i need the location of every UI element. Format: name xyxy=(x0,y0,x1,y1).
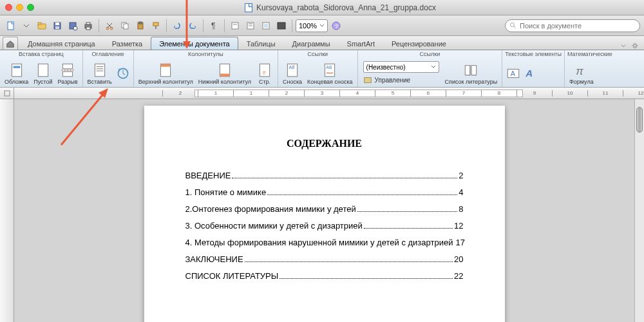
cut-icon[interactable] xyxy=(102,19,117,33)
fullscreen-icon[interactable] xyxy=(274,19,289,33)
help-icon[interactable]: ? xyxy=(329,19,343,33)
manage-sources-button[interactable]: Управление xyxy=(363,74,439,86)
close-window[interactable] xyxy=(5,4,12,11)
svg-rect-14 xyxy=(124,24,128,29)
toc-update-button[interactable] xyxy=(115,59,131,88)
search-icon xyxy=(509,22,517,30)
ribbon-tabs: Домашняя страница Разметка Элементы доку… xyxy=(0,36,644,50)
svg-rect-62 xyxy=(5,91,10,96)
window-controls xyxy=(5,4,34,11)
textbox-button[interactable]: A xyxy=(505,59,522,88)
layout2-icon[interactable] xyxy=(243,19,258,33)
gear-icon[interactable] xyxy=(631,42,639,50)
layout1-icon[interactable] xyxy=(228,19,242,33)
toc-insert-button[interactable]: Вставить xyxy=(86,59,114,88)
document-filename: Kursovaya_rabota_Sidorova_Anna_21_gruppa… xyxy=(256,3,436,12)
svg-rect-27 xyxy=(278,23,285,29)
undo-icon[interactable] xyxy=(170,19,184,33)
format-painter-icon[interactable] xyxy=(149,19,163,33)
svg-text:π: π xyxy=(576,64,583,77)
header-button[interactable]: Верхний колонтитул xyxy=(137,59,195,88)
wordart-button[interactable]: A xyxy=(523,59,540,88)
endnote-button[interactable]: ABКонцевая сноска xyxy=(305,59,354,88)
svg-rect-56 xyxy=(364,78,371,83)
page-area[interactable]: СОДЕРЖАНИЕ ВВЕДЕНИЕ21. Понятие о мимике4… xyxy=(14,99,634,322)
group-headers: Колонтитулы xyxy=(137,50,275,58)
svg-rect-26 xyxy=(264,24,268,28)
svg-point-30 xyxy=(511,23,515,26)
svg-rect-37 xyxy=(63,71,73,77)
group-text-elems: Текстовые элементы xyxy=(505,50,562,58)
scroll-thumb[interactable] xyxy=(636,107,643,133)
horizontal-ruler[interactable]: 21123456789101112131415161718 xyxy=(0,88,644,99)
search-input[interactable] xyxy=(520,22,636,30)
redo-icon[interactable] xyxy=(185,19,200,33)
vertical-scrollbar[interactable] xyxy=(634,99,644,322)
svg-rect-20 xyxy=(232,23,238,29)
svg-text:¶: ¶ xyxy=(211,21,215,30)
tab-tables[interactable]: Таблицы xyxy=(238,37,284,50)
save-as-icon[interactable] xyxy=(66,19,80,33)
toc-entry: СПИСОК ЛИТЕРАТУРЫ22 xyxy=(185,268,464,285)
svg-rect-10 xyxy=(86,27,90,30)
page-number-button[interactable]: #Стр. xyxy=(254,59,275,88)
tab-review[interactable]: Рецензирование xyxy=(383,37,455,50)
toc-entry: ЗАКЛЮЧЕНИЕ20 xyxy=(185,251,464,268)
zoom-control[interactable]: 100% xyxy=(296,19,328,32)
svg-rect-36 xyxy=(63,64,73,69)
svg-rect-33 xyxy=(12,64,21,77)
footnote-button[interactable]: AB1Сноска xyxy=(281,59,304,88)
svg-rect-2 xyxy=(38,23,41,24)
new-document-icon[interactable] xyxy=(4,19,18,33)
svg-text:A: A xyxy=(526,68,533,79)
toc-entry: 2.Онтогенез формирования мимики у детей8 xyxy=(185,201,464,218)
svg-rect-39 xyxy=(95,64,104,77)
minimize-window[interactable] xyxy=(16,4,23,11)
tab-layout[interactable]: Разметка xyxy=(104,37,151,50)
toc-entry: 3. Особенности мимики у детей с дизартри… xyxy=(185,218,464,234)
print-icon[interactable] xyxy=(81,19,95,33)
save-icon[interactable] xyxy=(50,19,64,33)
svg-rect-45 xyxy=(161,64,171,66)
svg-rect-17 xyxy=(153,23,158,26)
svg-rect-5 xyxy=(55,26,59,29)
table-of-contents: ВВЕДЕНИЕ21. Понятие о мимике42.Онтогенез… xyxy=(185,167,464,285)
svg-rect-35 xyxy=(38,64,48,77)
svg-rect-34 xyxy=(13,66,20,68)
home-tab-icon[interactable] xyxy=(3,37,18,50)
svg-point-7 xyxy=(73,26,77,30)
pilcrow-icon[interactable]: ¶ xyxy=(207,19,221,33)
equation-button[interactable]: πФормула xyxy=(567,59,596,88)
dropdown-icon[interactable] xyxy=(19,19,33,33)
zoom-value: 100% xyxy=(299,22,317,30)
svg-rect-16 xyxy=(139,22,142,24)
titlebar: Kursovaya_rabota_Sidorova_Anna_21_gruppa… xyxy=(0,0,644,15)
group-math: Математические xyxy=(567,50,612,58)
cover-page-button[interactable]: Обложка xyxy=(3,59,30,88)
svg-text:A: A xyxy=(511,70,516,77)
vertical-ruler[interactable] xyxy=(0,99,14,322)
svg-text:AB: AB xyxy=(327,65,332,70)
page-break-button[interactable]: Разрыв xyxy=(56,59,80,88)
tab-document-elements[interactable]: Элементы документа xyxy=(151,37,238,50)
toc-entry: ВВЕДЕНИЕ2 xyxy=(185,167,464,184)
svg-rect-0 xyxy=(8,22,14,30)
tab-charts[interactable]: Диаграммы xyxy=(284,37,339,50)
footer-button[interactable]: Нижний колонтитул xyxy=(196,59,253,88)
open-icon[interactable] xyxy=(35,19,49,33)
toc-entry: 4. Методы формирования нарушенной мимики… xyxy=(185,234,464,251)
blank-page-button[interactable]: Пустой xyxy=(32,59,54,88)
ruler-corner[interactable] xyxy=(0,88,14,99)
window-title: Kursovaya_rabota_Sidorova_Anna_21_gruppa… xyxy=(42,3,639,12)
paste-icon[interactable] xyxy=(133,19,147,33)
tab-home-page[interactable]: Домашняя страница xyxy=(19,37,104,50)
bibliography-button[interactable]: Список литературы xyxy=(443,59,500,88)
citation-style-select[interactable]: (Неизвестно) xyxy=(363,61,439,73)
tab-smartart[interactable]: SmartArt xyxy=(339,37,383,50)
layout3-icon[interactable] xyxy=(259,19,273,33)
search-box[interactable] xyxy=(505,19,640,32)
zoom-window[interactable] xyxy=(27,4,34,11)
copy-icon[interactable] xyxy=(118,19,132,33)
chevron-icon[interactable] xyxy=(620,42,627,50)
group-references: Ссылки xyxy=(281,50,355,58)
